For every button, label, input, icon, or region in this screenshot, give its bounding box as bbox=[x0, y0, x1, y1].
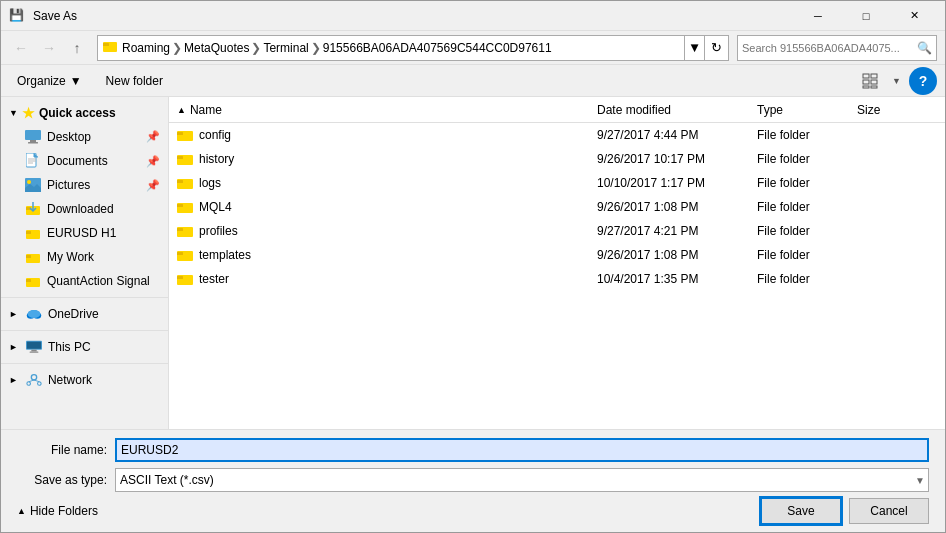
view-expand-icon: ▼ bbox=[892, 76, 901, 86]
file-list: ▲ Name Date modified Type Size config bbox=[169, 97, 945, 429]
svg-rect-9 bbox=[30, 140, 36, 142]
svg-rect-7 bbox=[871, 86, 877, 88]
pin-icon-documents: 📌 bbox=[146, 155, 160, 168]
search-box: 🔍 bbox=[737, 35, 937, 61]
table-row[interactable]: templates 9/26/2017 1:08 PM File folder bbox=[169, 243, 945, 267]
quick-access-chevron-icon: ▼ bbox=[9, 108, 18, 118]
cancel-button[interactable]: Cancel bbox=[849, 498, 929, 524]
organize-button[interactable]: Organize ▼ bbox=[9, 69, 90, 93]
table-row[interactable]: MQL4 9/26/2017 1:08 PM File folder bbox=[169, 195, 945, 219]
network-chevron-icon: ► bbox=[9, 375, 18, 385]
table-row[interactable]: logs 10/10/2017 1:17 PM File folder bbox=[169, 171, 945, 195]
svg-point-37 bbox=[37, 382, 41, 386]
forward-button[interactable]: → bbox=[37, 36, 61, 60]
table-row[interactable]: history 9/26/2017 10:17 PM File folder bbox=[169, 147, 945, 171]
sidebar-item-eurusd-h1[interactable]: EURUSD H1 bbox=[1, 221, 168, 245]
new-folder-button[interactable]: New folder bbox=[98, 69, 171, 93]
svg-point-30 bbox=[28, 310, 41, 318]
address-expand-button[interactable]: ▼ bbox=[684, 36, 704, 60]
title-bar: 💾 Save As ─ □ ✕ bbox=[1, 1, 945, 31]
svg-rect-32 bbox=[27, 342, 41, 349]
table-row[interactable]: tester 10/4/2017 1:35 PM File folder bbox=[169, 267, 945, 291]
savetype-select[interactable]: ASCII Text (*.csv) bbox=[115, 468, 929, 492]
refresh-button[interactable]: ↻ bbox=[704, 35, 728, 61]
sidebar-item-my-work[interactable]: My Work bbox=[1, 245, 168, 269]
svg-line-39 bbox=[34, 380, 39, 382]
sidebar-item-desktop[interactable]: Desktop 📌 bbox=[1, 125, 168, 149]
help-button[interactable]: ? bbox=[909, 67, 937, 95]
main-content: ▼ ★ Quick access Desktop 📌 Documents bbox=[1, 97, 945, 429]
thispc-chevron-icon: ► bbox=[9, 342, 18, 352]
close-button[interactable]: ✕ bbox=[891, 1, 937, 31]
breadcrumb-metaquotes[interactable]: MetaQuotes ❯ bbox=[184, 41, 263, 55]
svg-rect-53 bbox=[177, 276, 183, 279]
folder-icon-logs bbox=[177, 176, 193, 190]
table-row[interactable]: config 9/27/2017 4:44 PM File folder bbox=[169, 123, 945, 147]
sidebar-separator-2 bbox=[1, 330, 168, 331]
pictures-icon bbox=[25, 177, 41, 193]
sidebar-item-documents[interactable]: Documents 📌 bbox=[1, 149, 168, 173]
sort-arrow-icon: ▲ bbox=[177, 105, 186, 115]
file-name-templates: templates bbox=[177, 248, 597, 262]
quick-access-header[interactable]: ▼ ★ Quick access bbox=[1, 101, 168, 125]
column-date-modified[interactable]: Date modified bbox=[597, 103, 757, 117]
column-size[interactable]: Size bbox=[857, 103, 937, 117]
svg-rect-26 bbox=[26, 279, 31, 282]
address-bar: Roaming ❯ MetaQuotes ❯ Terminal ❯ 915566… bbox=[97, 35, 729, 61]
sidebar-item-thispc[interactable]: ► This PC bbox=[1, 335, 168, 359]
breadcrumb[interactable]: Roaming ❯ MetaQuotes ❯ Terminal ❯ 915566… bbox=[98, 38, 684, 57]
column-name[interactable]: ▲ Name bbox=[177, 103, 597, 117]
hide-folders-toggle[interactable]: ▲ Hide Folders bbox=[17, 498, 98, 524]
svg-rect-45 bbox=[177, 180, 183, 183]
sidebar-item-downloaded[interactable]: Downloaded bbox=[1, 197, 168, 221]
breadcrumb-icon bbox=[102, 38, 118, 57]
svg-rect-33 bbox=[31, 350, 36, 352]
breadcrumb-roaming[interactable]: Roaming ❯ bbox=[122, 41, 184, 55]
folder-icon-config bbox=[177, 128, 193, 142]
sidebar-item-network[interactable]: ► Network bbox=[1, 368, 168, 392]
hide-folders-chevron-icon: ▲ bbox=[17, 506, 26, 516]
svg-rect-2 bbox=[863, 74, 869, 78]
sidebar: ▼ ★ Quick access Desktop 📌 Documents bbox=[1, 97, 169, 429]
sidebar-separator-3 bbox=[1, 363, 168, 364]
sidebar-item-quantaction-signal[interactable]: QuantAction Signal bbox=[1, 269, 168, 293]
organize-toolbar: Organize ▼ New folder ▼ ? bbox=[1, 65, 945, 97]
minimize-button[interactable]: ─ bbox=[795, 1, 841, 31]
up-button[interactable]: ↑ bbox=[65, 36, 89, 60]
pin-icon-desktop: 📌 bbox=[146, 130, 160, 144]
svg-rect-47 bbox=[177, 204, 183, 207]
sidebar-item-pictures[interactable]: Pictures 📌 bbox=[1, 173, 168, 197]
svg-rect-49 bbox=[177, 228, 183, 231]
title-bar-left: 💾 Save As bbox=[9, 8, 77, 24]
svg-rect-24 bbox=[26, 255, 31, 258]
view-icon bbox=[862, 73, 878, 89]
my-work-icon bbox=[25, 249, 41, 265]
breadcrumb-id[interactable]: 915566BA06ADA407569C544CC0D97611 bbox=[323, 41, 552, 55]
breadcrumb-terminal[interactable]: Terminal ❯ bbox=[263, 41, 322, 55]
bottom-bar: File name: Save as type: ASCII Text (*.c… bbox=[1, 429, 945, 532]
table-row[interactable]: profiles 9/27/2017 4:21 PM File folder bbox=[169, 219, 945, 243]
folder-icon-tester bbox=[177, 272, 193, 286]
search-icon: 🔍 bbox=[917, 41, 932, 55]
organize-chevron-icon: ▼ bbox=[70, 74, 82, 88]
file-name-logs: logs bbox=[177, 176, 597, 190]
onedrive-chevron-icon: ► bbox=[9, 309, 18, 319]
search-input[interactable] bbox=[742, 42, 913, 54]
view-toggle-button[interactable] bbox=[856, 69, 884, 93]
save-button[interactable]: Save bbox=[761, 498, 841, 524]
sidebar-item-onedrive[interactable]: ► OneDrive bbox=[1, 302, 168, 326]
maximize-button[interactable]: □ bbox=[843, 1, 889, 31]
svg-point-35 bbox=[31, 375, 36, 380]
pin-icon-pictures: 📌 bbox=[146, 179, 160, 192]
savetype-wrapper: ASCII Text (*.csv) ▼ bbox=[115, 468, 929, 492]
quick-access-star-icon: ★ bbox=[22, 105, 35, 121]
column-type[interactable]: Type bbox=[757, 103, 857, 117]
back-button[interactable]: ← bbox=[9, 36, 33, 60]
filename-row: File name: bbox=[17, 438, 929, 462]
svg-rect-51 bbox=[177, 252, 183, 255]
filename-input[interactable] bbox=[115, 438, 929, 462]
window-title: Save As bbox=[33, 9, 77, 23]
file-name-config: config bbox=[177, 128, 597, 142]
savetype-row: Save as type: ASCII Text (*.csv) ▼ bbox=[17, 468, 929, 492]
folder-icon-mql4 bbox=[177, 200, 193, 214]
